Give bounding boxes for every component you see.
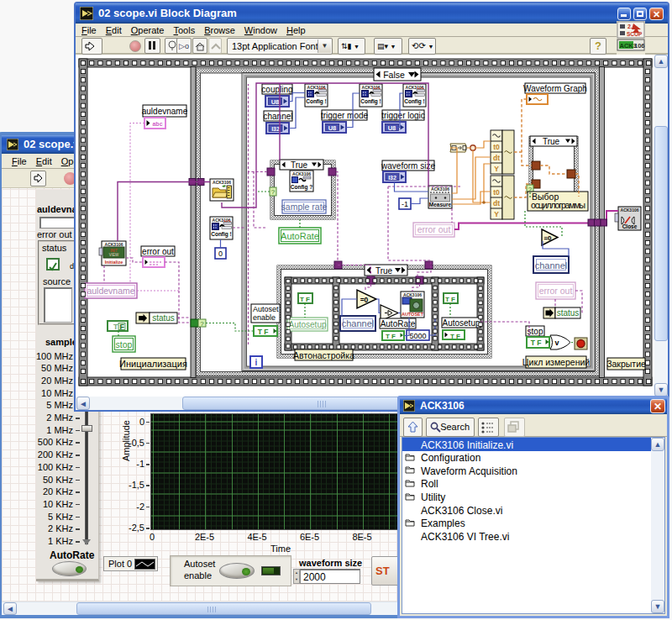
svg-text:enable: enable [253, 313, 276, 322]
svg-text:ACK3106: ACK3106 [105, 242, 123, 247]
svg-text:trigger logic: trigger logic [381, 111, 425, 120]
svg-text:AUTOSET: AUTOSET [402, 312, 424, 317]
svg-text:channel: channel [342, 318, 375, 328]
svg-text:True: True [291, 160, 308, 170]
svg-text:error out: error out [539, 286, 573, 296]
svg-text:channel: channel [535, 260, 568, 271]
svg-text:=0: =0 [543, 234, 552, 242]
svg-text:Инициализация: Инициализация [119, 359, 187, 369]
svg-text:T F: T F [445, 296, 455, 303]
svg-text:T F: T F [258, 328, 269, 336]
svg-text:106: 106 [634, 42, 645, 50]
svg-text:T F: T F [386, 333, 396, 340]
svg-text:?: ? [200, 320, 204, 328]
svg-text:False: False [383, 70, 405, 80]
svg-text:ACK3106: ACK3106 [403, 292, 422, 297]
svg-text:sample rate: sample rate [281, 202, 328, 212]
svg-text:ACK3106: ACK3106 [213, 218, 231, 223]
svg-text:F: F [120, 323, 125, 331]
svg-text:Config ?: Config ? [291, 184, 312, 191]
svg-text:t0: t0 [493, 143, 500, 151]
svg-text:5000: 5000 [409, 332, 426, 340]
svg-text:Автонастройка: Автонастройка [293, 350, 354, 360]
svg-text:ACK3106: ACK3106 [292, 171, 311, 176]
svg-text:Y: Y [494, 165, 499, 173]
svg-text:T F: T F [300, 296, 310, 303]
svg-text:abc: abc [152, 121, 162, 127]
svg-text:осциллограммы: осциллограммы [531, 200, 585, 210]
svg-text:SCOP: SCOP [627, 31, 643, 37]
svg-text:stop: stop [116, 339, 133, 349]
svg-text:True: True [375, 266, 393, 276]
svg-text:Autosetup: Autosetup [442, 318, 480, 328]
svg-text:True: True [543, 137, 560, 146]
svg-text:status: status [557, 308, 580, 318]
svg-text:auldevname: auldevname [142, 107, 188, 116]
svg-text:waveform size: waveform size [381, 161, 435, 171]
svg-text:AutoRate: AutoRate [381, 319, 416, 328]
svg-text:Initialize: Initialize [105, 260, 123, 265]
svg-text:Config !: Config ! [211, 231, 232, 238]
svg-text:Цикл измерений: Цикл измерений [522, 357, 590, 367]
svg-text:error out: error out [142, 247, 174, 256]
svg-text:-1: -1 [402, 200, 408, 208]
svg-text:0: 0 [218, 250, 223, 258]
svg-text:ACK3106: ACK3106 [213, 180, 231, 185]
svg-text:T F: T F [531, 339, 542, 347]
svg-text:trigger mode: trigger mode [321, 111, 369, 120]
svg-text:coupling: coupling [261, 85, 292, 94]
svg-text:Закрытие: Закрытие [606, 359, 646, 369]
svg-text:T: T [113, 323, 118, 331]
svg-text:2.: 2. [627, 24, 633, 29]
svg-text:I32: I32 [388, 175, 396, 181]
svg-text:U8: U8 [271, 98, 280, 106]
svg-text:?: ? [271, 188, 276, 196]
svg-text:dt: dt [493, 154, 500, 162]
svg-text:ACK3106: ACK3106 [621, 208, 639, 213]
svg-text:Measure: Measure [429, 202, 452, 208]
svg-text:Autoset: Autoset [253, 305, 279, 313]
svg-text:status: status [152, 313, 175, 323]
svg-text:auldevname: auldevname [87, 286, 134, 296]
svg-text:=0: =0 [360, 296, 369, 304]
svg-text:Autosetup: Autosetup [288, 320, 326, 329]
svg-text:v: v [554, 339, 559, 347]
svg-text:I32: I32 [271, 126, 280, 132]
svg-text:AutoRate: AutoRate [281, 231, 319, 241]
svg-text:Waveform Graph: Waveform Graph [523, 84, 587, 93]
svg-text:channel: channel [263, 112, 292, 121]
svg-text:Close: Close [622, 223, 638, 229]
svg-text:i: i [255, 358, 258, 367]
svg-text:▷o: ▷o [179, 42, 189, 50]
svg-text:T F: T F [450, 333, 460, 340]
svg-text:VIEW: VIEW [109, 253, 119, 257]
svg-text:error out: error out [417, 224, 451, 234]
